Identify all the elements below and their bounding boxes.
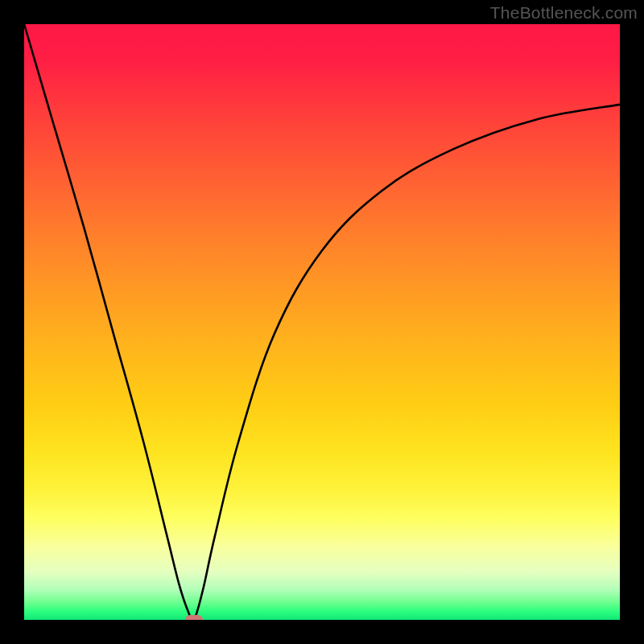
bottleneck-curve: [24, 24, 620, 620]
plot-area: [24, 24, 620, 620]
minimum-marker: [185, 615, 203, 620]
attribution-text: TheBottleneck.com: [490, 3, 638, 23]
chart-frame: TheBottleneck.com: [0, 0, 644, 644]
